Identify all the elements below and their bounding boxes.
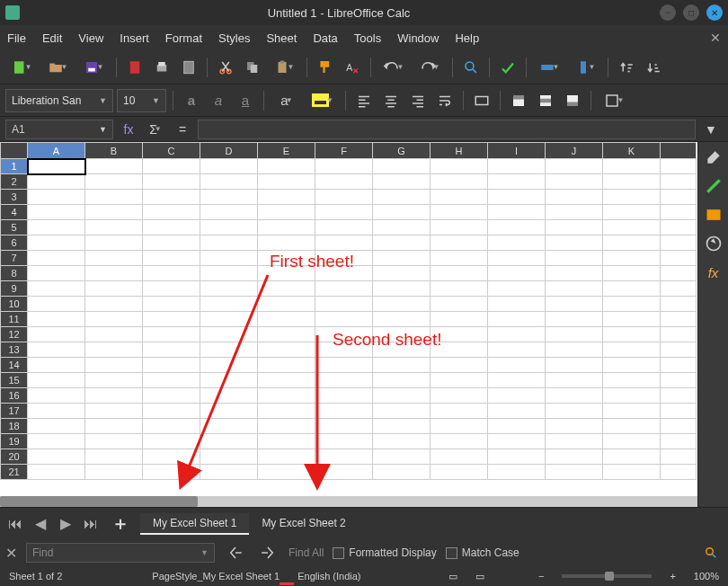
menu-file[interactable]: File: [7, 31, 26, 45]
svg-rect-17: [475, 96, 488, 104]
sidebar-functions-icon[interactable]: fx: [702, 261, 725, 284]
svg-rect-10: [251, 65, 258, 73]
zoom-out-icon[interactable]: −: [538, 571, 544, 582]
align-left-icon[interactable]: [352, 89, 376, 112]
prev-sheet-icon[interactable]: ◀: [31, 514, 50, 534]
borders-icon[interactable]: ▼: [598, 89, 630, 112]
first-sheet-icon[interactable]: ⏮: [5, 514, 25, 534]
svg-rect-5: [158, 62, 165, 67]
cut-icon[interactable]: [214, 56, 237, 79]
align-middle-icon[interactable]: [534, 89, 557, 112]
maximize-button[interactable]: □: [683, 4, 699, 21]
menu-tools[interactable]: Tools: [354, 31, 381, 45]
zoom-in-icon[interactable]: +: [670, 571, 675, 582]
function-wizard-icon[interactable]: fx: [117, 118, 140, 141]
sidebar-properties-icon[interactable]: [702, 146, 725, 169]
menu-format[interactable]: Format: [165, 31, 202, 45]
next-sheet-icon[interactable]: ▶: [56, 514, 75, 534]
last-sheet-icon[interactable]: ⏭: [81, 514, 101, 534]
font-color-icon[interactable]: a▼: [271, 89, 303, 112]
print-icon[interactable]: [150, 56, 173, 79]
paste-icon[interactable]: ▼: [268, 56, 300, 79]
open-icon[interactable]: ▼: [41, 56, 74, 79]
sum-icon[interactable]: Σ▼: [144, 118, 167, 141]
menu-help[interactable]: Help: [455, 31, 479, 45]
window-title: Untitled 1 - LibreOffice Calc: [25, 6, 653, 20]
underline-icon[interactable]: a: [234, 89, 257, 112]
print-preview-icon[interactable]: [177, 56, 200, 79]
sort-desc-icon[interactable]: [642, 56, 665, 79]
sheet-tab-2[interactable]: My Excel Sheet 2: [249, 513, 358, 535]
align-right-icon[interactable]: [406, 89, 430, 112]
row-icon[interactable]: ▼: [533, 56, 565, 79]
svg-point-29: [706, 548, 714, 555]
svg-text:A: A: [346, 61, 352, 72]
svg-rect-21: [540, 98, 551, 102]
sidebar-navigator-icon[interactable]: [702, 232, 725, 255]
close-find-icon[interactable]: ✕: [5, 545, 17, 562]
find-input[interactable]: Find▼: [26, 543, 215, 563]
sheet-tab-1[interactable]: My Excel Sheet 1: [140, 513, 249, 535]
annotation-arrows: [0, 142, 697, 507]
expand-formula-icon[interactable]: ▼: [699, 118, 723, 141]
align-top-icon[interactable]: [507, 89, 530, 112]
find-all-button[interactable]: Find All: [289, 546, 324, 559]
wrap-text-icon[interactable]: [433, 89, 457, 112]
zoom-slider[interactable]: [562, 574, 652, 578]
formula-input[interactable]: [198, 120, 696, 139]
spellcheck-icon[interactable]: [496, 56, 519, 79]
svg-rect-11: [278, 62, 286, 73]
pdf-icon[interactable]: [123, 56, 146, 79]
close-doc-icon[interactable]: ✕: [710, 31, 721, 45]
find-prev-icon[interactable]: [224, 541, 247, 564]
find-next-icon[interactable]: [256, 541, 280, 564]
close-button[interactable]: ✕: [706, 4, 723, 21]
svg-rect-19: [513, 95, 524, 100]
svg-rect-23: [567, 102, 578, 106]
menu-data[interactable]: Data: [313, 31, 337, 45]
app-icon: [5, 5, 20, 20]
svg-line-25: [182, 275, 268, 483]
page-style-status: PageStyle_My Excel Sheet 1: [152, 571, 280, 582]
clear-format-icon[interactable]: A: [341, 56, 364, 79]
italic-icon[interactable]: a: [207, 89, 230, 112]
menu-view[interactable]: View: [78, 31, 103, 45]
svg-rect-0: [14, 61, 24, 74]
match-case-checkbox[interactable]: Match Case: [446, 546, 519, 559]
merge-cells-icon[interactable]: [470, 89, 493, 112]
menu-edit[interactable]: Edit: [42, 31, 62, 45]
add-sheet-button[interactable]: ＋: [106, 511, 135, 536]
zoom-value[interactable]: 100%: [694, 571, 719, 582]
highlight-color-icon[interactable]: ▬▼: [306, 89, 339, 112]
formula-icon[interactable]: =: [171, 118, 194, 141]
undo-icon[interactable]: ▼: [377, 56, 410, 79]
minimize-button[interactable]: －: [660, 4, 676, 21]
svg-rect-6: [184, 61, 194, 74]
find-replace-icon[interactable]: [459, 56, 483, 79]
sidebar-styles-icon[interactable]: [702, 174, 725, 198]
cell-reference-box[interactable]: A1▼: [5, 120, 113, 139]
save-icon[interactable]: ▼: [77, 56, 110, 79]
insert-mode-icon[interactable]: ▭: [448, 571, 457, 582]
menu-styles[interactable]: Styles: [218, 31, 250, 45]
find-options-icon[interactable]: [699, 541, 723, 564]
menu-sheet[interactable]: Sheet: [266, 31, 297, 45]
formatted-display-checkbox[interactable]: Formatted Display: [333, 546, 436, 559]
clone-format-icon[interactable]: [314, 56, 337, 79]
sidebar-gallery-icon[interactable]: [702, 203, 725, 226]
column-icon[interactable]: ▼: [569, 56, 601, 79]
align-bottom-icon[interactable]: [561, 89, 584, 112]
sort-asc-icon[interactable]: [615, 56, 638, 79]
align-center-icon[interactable]: [379, 89, 403, 112]
svg-rect-16: [581, 61, 586, 74]
menu-insert[interactable]: Insert: [120, 31, 149, 45]
new-icon[interactable]: ▼: [5, 56, 38, 79]
bold-icon[interactable]: a: [180, 89, 203, 112]
font-size-combo[interactable]: 10▼: [117, 89, 166, 112]
copy-icon[interactable]: [241, 56, 264, 79]
redo-icon[interactable]: ▼: [413, 56, 446, 79]
selection-mode-icon[interactable]: ▭: [475, 571, 484, 582]
svg-rect-24: [607, 95, 617, 106]
font-name-combo[interactable]: Liberation San▼: [5, 89, 113, 112]
menu-window[interactable]: Window: [397, 31, 439, 45]
